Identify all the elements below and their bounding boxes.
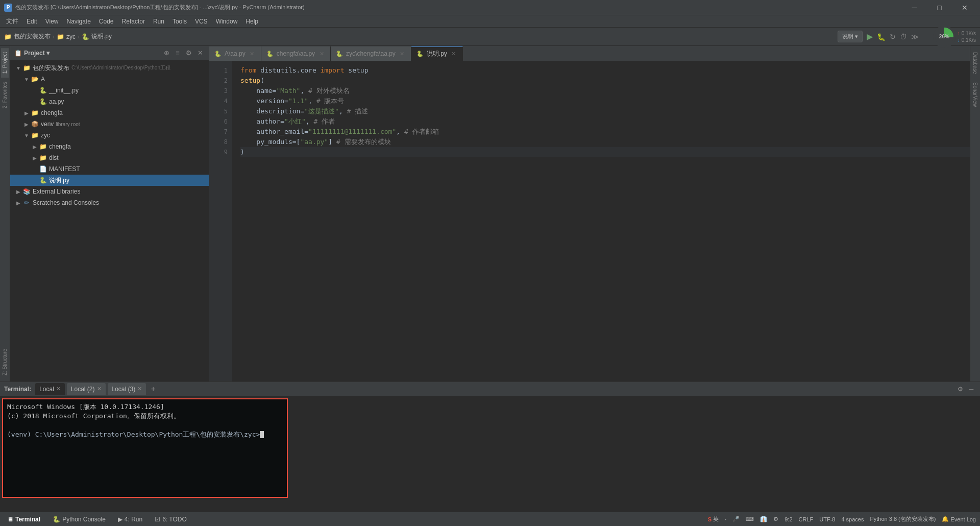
folder-icon: 📁 — [31, 109, 39, 117]
add-terminal-button[interactable]: + — [148, 384, 158, 394]
run-button-bottom[interactable]: ▶ 4: Run — [115, 515, 145, 524]
menu-view[interactable]: View — [41, 15, 63, 28]
breadcrumb: 📁 包的安装发布 › 📁 zyc › 🐍 说明.py — [4, 32, 112, 41]
activity-favorites[interactable]: 2: Favorites — [1, 78, 9, 112]
terminal-tab-close[interactable]: ✕ — [56, 386, 61, 392]
profile-button[interactable]: ↻ — [890, 33, 896, 41]
breadcrumb-root[interactable]: 包的安装发布 — [14, 32, 51, 41]
project-close-button[interactable]: ✕ — [195, 49, 205, 58]
terminal-bottom-button[interactable]: 🖥 Terminal — [4, 515, 43, 524]
tree-item-ext-libs[interactable]: ▶ 📚 External Libraries — [10, 186, 209, 197]
tab-close-button[interactable]: ✕ — [318, 50, 325, 57]
more-run-button[interactable]: ≫ — [911, 33, 919, 41]
activity-project[interactable]: 1: Project — [1, 48, 9, 78]
activity-bar: 1: Project 2: Favorites Z: Structure — [0, 46, 10, 381]
todo-button[interactable]: ☑ 6: TODO — [152, 515, 190, 524]
tree-item-chengfa[interactable]: ▶ 📁 chengfa — [10, 107, 209, 118]
toolbar: 📁 包的安装发布 › 📁 zyc › 🐍 说明.py 说明 ▾ ▶ 🐛 ↻ ⏱ … — [0, 28, 980, 46]
project-collapse-button[interactable]: ≡ — [173, 49, 182, 58]
terminal-tab-close[interactable]: ✕ — [97, 386, 102, 392]
tree-item-zyc-dist[interactable]: ▶ 📁 dist — [10, 152, 209, 163]
python-console-button[interactable]: 🐍 Python Console — [50, 515, 109, 524]
term-prompt-line: (venv) C:\Users\Administrator\Desktop\Py… — [7, 430, 283, 439]
memory-percent: 26% — [939, 34, 949, 39]
config-selector[interactable]: 说明 ▾ — [838, 31, 863, 42]
menu-vcs[interactable]: VCS — [191, 15, 212, 28]
close-button[interactable]: ✕ — [953, 3, 976, 13]
tab-close-button[interactable]: ✕ — [249, 50, 256, 57]
cursor-position[interactable]: 9:2 — [785, 516, 792, 522]
menu-navigate[interactable]: Navigate — [62, 15, 94, 28]
terminal-btn-label: Terminal — [15, 516, 40, 523]
tab-close-button[interactable]: ✕ — [399, 50, 406, 57]
tab-chengfaaa[interactable]: 🐍 chengfa\aa.py ✕ — [261, 46, 331, 61]
tree-extra: library root — [56, 122, 80, 127]
terminal-tab-local3[interactable]: Local (3) ✕ — [108, 383, 146, 395]
maximize-button[interactable]: □ — [928, 3, 951, 13]
memory-stats: ↑ 0.1K/s ↓ 0.1K/s — [958, 31, 976, 43]
mic-status[interactable]: 🎤 — [732, 516, 740, 522]
terminal-tabs-right: ⚙ ─ — [955, 385, 976, 394]
tree-item-scratches[interactable]: ▶ ✏ Scratches and Consoles — [10, 197, 209, 208]
keyboard-status[interactable]: ⌨ — [746, 516, 754, 522]
event-log-status[interactable]: 🔔 Event Log — [942, 516, 976, 522]
tab-aaa[interactable]: 🐍 A\aa.py ✕ — [209, 46, 261, 61]
breadcrumb-file[interactable]: 说明.py — [91, 32, 112, 41]
coverage-button[interactable]: ⏱ — [900, 33, 907, 41]
tree-item-zyc[interactable]: ▼ 📁 zyc — [10, 130, 209, 141]
tab-shuoming[interactable]: 🐍 说明.py ✕ — [411, 46, 463, 61]
project-icon: 📋 — [14, 50, 22, 57]
line-ending[interactable]: CRLF — [799, 516, 814, 522]
project-locate-button[interactable]: ⊕ — [162, 49, 171, 58]
bottom-toolbar-left: 🖥 Terminal 🐍 Python Console ▶ 4: Run ☑ 6… — [4, 515, 190, 524]
title-bar-controls[interactable]: ─ □ ✕ — [903, 3, 976, 13]
code-line-7: author_email="11111111@1111111.com", # 作… — [240, 127, 970, 137]
tree-item-manifest[interactable]: 📄 MANIFEST — [10, 163, 209, 175]
terminal-tab-close[interactable]: ✕ — [137, 386, 142, 392]
minimize-button[interactable]: ─ — [903, 3, 926, 13]
database-label[interactable]: Database — [971, 48, 979, 78]
menu-refactor[interactable]: Refactor — [118, 15, 149, 28]
tree-item-init[interactable]: 🐍 __init__.py — [10, 85, 209, 96]
activity-structure[interactable]: Z: Structure — [1, 345, 9, 379]
terminal-tab-local[interactable]: Local ✕ — [35, 383, 65, 395]
menu-run[interactable]: Run — [149, 15, 168, 28]
code-area[interactable]: from distutils.core import setup setup( … — [232, 61, 970, 381]
project-settings-button[interactable]: ⚙ — [184, 49, 193, 58]
menu-edit[interactable]: Edit — [22, 15, 41, 28]
encoding-status[interactable]: UTF-8 — [819, 516, 835, 522]
tab-close-button[interactable]: ✕ — [450, 51, 457, 58]
tree-arrow: ▶ — [31, 155, 39, 161]
terminal-box[interactable]: Microsoft Windows [版本 10.0.17134.1246] (… — [2, 398, 288, 498]
tree-item-zyc-chengfa[interactable]: ▶ 📁 chengfa — [10, 141, 209, 152]
terminal-settings-button[interactable]: ⚙ — [955, 385, 965, 394]
tab-label: chengfa\aa.py — [277, 50, 315, 57]
terminal-minimize-button[interactable]: ─ — [967, 385, 976, 394]
tree-item-venv[interactable]: ▶ 📦 venv library root — [10, 118, 209, 130]
python-version-status[interactable]: Python 3.8 (包的安装发布) — [870, 515, 936, 523]
breadcrumb-zyc[interactable]: zyc — [66, 33, 76, 40]
menu-help[interactable]: Help — [241, 15, 262, 28]
run-button[interactable]: ▶ — [867, 32, 873, 41]
tab-zycchengfaaa[interactable]: 🐍 zyc\chengfa\aa.py ✕ — [331, 46, 411, 61]
tab-label: 说明.py — [427, 50, 447, 58]
indent-status[interactable]: 4 spaces — [841, 516, 864, 522]
debug-button[interactable]: 🐛 — [877, 33, 886, 41]
settings-status[interactable]: ⚙ — [773, 516, 778, 522]
sonarview-label[interactable]: SonarView — [971, 78, 979, 111]
menu-file[interactable]: 文件 — [2, 15, 22, 28]
event-log-icon: 🔔 — [942, 516, 949, 522]
term-line-2: (c) 2018 Microsoft Corporation。保留所有权利。 — [7, 412, 283, 421]
download-stat: ↓ 0.1K/s — [958, 37, 976, 43]
input-status[interactable]: · — [725, 516, 726, 522]
menu-tools[interactable]: Tools — [168, 15, 191, 28]
terminal-tab-local2[interactable]: Local (2) ✕ — [67, 383, 106, 395]
tree-item-root[interactable]: ▼ 📁 包的安装发布 C:\Users\Administrator\Deskto… — [10, 62, 209, 74]
menu-window[interactable]: Window — [212, 15, 242, 28]
menu-code[interactable]: Code — [95, 15, 118, 28]
tree-item-shuoming[interactable]: 🐍 说明.py — [10, 175, 209, 186]
tree-item-aa[interactable]: 🐍 aa.py — [10, 96, 209, 107]
more-status[interactable]: 👔 — [760, 516, 767, 522]
tree-item-A[interactable]: ▼ 📂 A — [10, 74, 209, 85]
ime-status[interactable]: S 英 — [708, 515, 719, 523]
